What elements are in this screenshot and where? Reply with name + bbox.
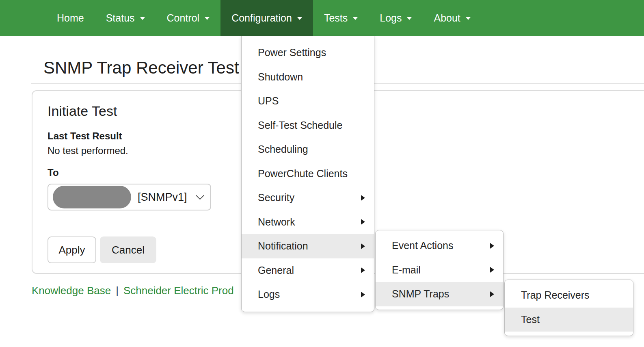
notification-menu-item-event-actions[interactable]: Event Actions bbox=[376, 234, 503, 258]
submenu-arrow-icon bbox=[361, 243, 365, 249]
configuration-menu-item-shutdown[interactable]: Shutdown bbox=[242, 65, 374, 89]
trap-receiver-select[interactable]: [SNMPv1] bbox=[48, 184, 211, 210]
snmp-traps-submenu: Trap Receivers Test bbox=[504, 280, 633, 336]
configuration-menu: Power Settings Shutdown UPS Self-Test Sc… bbox=[241, 36, 374, 312]
cancel-button[interactable]: Cancel bbox=[100, 236, 156, 263]
configuration-menu-item-logs[interactable]: Logs bbox=[242, 282, 374, 307]
caret-down-icon bbox=[297, 17, 302, 20]
configuration-menu-item-powerchute-clients[interactable]: PowerChute Clients bbox=[242, 162, 374, 186]
notification-menu-item-snmp-traps[interactable]: SNMP Traps bbox=[376, 282, 503, 306]
chevron-down-icon bbox=[196, 191, 204, 200]
configuration-menu-item-network[interactable]: Network bbox=[242, 210, 374, 234]
nav-item-control[interactable]: Control bbox=[156, 0, 221, 36]
nav-item-status[interactable]: Status bbox=[95, 0, 156, 36]
configuration-menu-item-ups[interactable]: UPS bbox=[242, 89, 374, 113]
knowledge-base-link[interactable]: Knowledge Base bbox=[32, 284, 111, 297]
configuration-menu-item-scheduling[interactable]: Scheduling bbox=[242, 137, 374, 162]
trap-receiver-redacted-address bbox=[53, 186, 131, 208]
nav-item-about[interactable]: About bbox=[423, 0, 481, 36]
submenu-arrow-icon bbox=[361, 195, 365, 201]
configuration-menu-item-notification[interactable]: Notification bbox=[242, 234, 374, 258]
configuration-menu-item-power-settings[interactable]: Power Settings bbox=[242, 41, 374, 65]
submenu-arrow-icon bbox=[490, 291, 494, 297]
nav-item-logs[interactable]: Logs bbox=[369, 0, 423, 36]
notification-menu-item-e-mail[interactable]: E-mail bbox=[376, 258, 503, 282]
configuration-menu-item-general[interactable]: General bbox=[242, 258, 374, 283]
configuration-menu-item-security[interactable]: Security bbox=[242, 186, 374, 210]
submenu-arrow-icon bbox=[361, 292, 365, 297]
caret-down-icon bbox=[407, 17, 412, 20]
configuration-menu-item-self-test-schedule[interactable]: Self-Test Schedule bbox=[242, 113, 374, 138]
footer-separator: | bbox=[111, 284, 123, 297]
notification-submenu: Event Actions E-mail SNMP Traps bbox=[375, 230, 504, 310]
snmp-traps-menu-item-test[interactable]: Test bbox=[505, 308, 633, 332]
caret-down-icon bbox=[353, 17, 358, 20]
submenu-arrow-icon bbox=[361, 267, 365, 273]
caret-down-icon bbox=[466, 17, 471, 20]
apply-button[interactable]: Apply bbox=[48, 236, 96, 263]
schneider-product-link[interactable]: Schneider Electric Prod bbox=[123, 284, 234, 297]
nav-item-home[interactable]: Home bbox=[46, 0, 95, 36]
submenu-arrow-icon bbox=[490, 243, 494, 249]
submenu-arrow-icon bbox=[361, 219, 365, 225]
top-navbar: Home Status Control Configuration Tests bbox=[0, 0, 644, 36]
caret-down-icon bbox=[205, 17, 210, 20]
trap-receiver-protocol: [SNMPv1] bbox=[138, 191, 187, 204]
nav-item-configuration[interactable]: Configuration bbox=[220, 0, 313, 36]
submenu-arrow-icon bbox=[490, 267, 494, 273]
caret-down-icon bbox=[140, 17, 145, 20]
nav-item-tests[interactable]: Tests bbox=[313, 0, 369, 36]
snmp-traps-menu-item-trap-receivers[interactable]: Trap Receivers bbox=[505, 283, 633, 308]
